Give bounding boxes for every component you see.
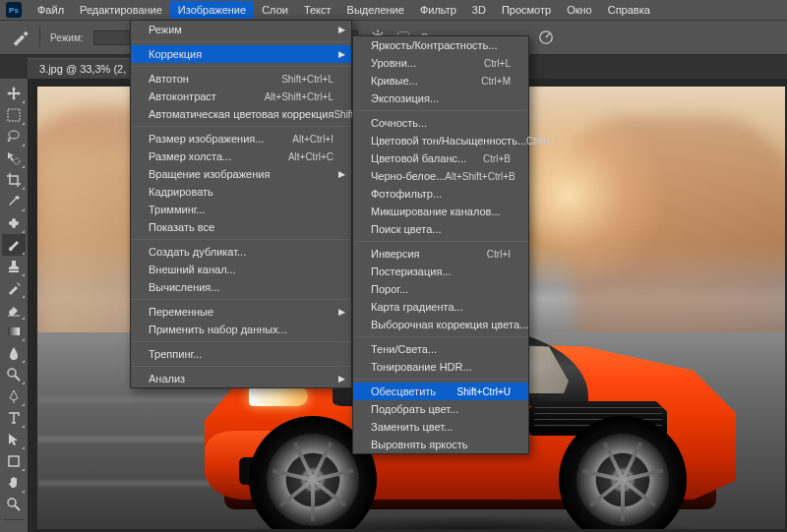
adjust-menu-item-8[interactable]: Черно-белое...Alt+Shift+Ctrl+B	[353, 167, 528, 185]
image-menu-item-13: Показать все	[131, 218, 351, 236]
adjust-menu-item-6[interactable]: Цветовой тон/Насыщенность...Ctrl+U	[353, 132, 528, 149]
svg-point-8	[8, 369, 16, 377]
image-menu-item-16[interactable]: Внешний канал...	[131, 261, 351, 278]
edit-toolbar[interactable]: •••	[2, 524, 26, 532]
menu-слои[interactable]: Слои	[254, 1, 296, 19]
menu-фильтр[interactable]: Фильтр	[412, 1, 464, 19]
app-logo: Ps	[6, 2, 22, 18]
adjust-menu-item-15[interactable]: Порог...	[353, 280, 528, 298]
adjust-menu-item-25[interactable]: Выровнять яркость	[353, 436, 528, 453]
svg-rect-6	[12, 218, 16, 228]
image-menu-item-11: Кадрировать	[131, 183, 351, 201]
svg-rect-7	[8, 327, 20, 335]
adjustments-submenu-dropdown: Яркость/Контрастность...Уровни...Ctrl+LК…	[352, 35, 529, 454]
image-menu-item-15[interactable]: Создать дубликат...	[131, 243, 351, 261]
adjust-menu-item-2[interactable]: Кривые...Ctrl+M	[353, 72, 528, 89]
menu-файл[interactable]: Файл	[30, 1, 72, 19]
adjust-menu-item-0[interactable]: Яркость/Контрастность...	[353, 36, 528, 54]
eraser-tool[interactable]	[2, 299, 26, 321]
adjust-menu-item-13[interactable]: ИнверсияCtrl+I	[353, 245, 528, 263]
dodge-tool[interactable]	[2, 364, 26, 385]
menubar: Ps ФайлРедактированиеИзображениеСлоиТекс…	[0, 0, 787, 20]
menu-выделение[interactable]: Выделение	[339, 1, 412, 19]
adjust-menu-item-5[interactable]: Сочность...	[353, 114, 528, 132]
image-menu-item-6[interactable]: Автоматическая цветовая коррекцияShift+C…	[131, 105, 351, 123]
svg-point-4	[14, 158, 20, 164]
blur-tool[interactable]	[2, 342, 26, 364]
image-menu-item-20: Применить набор данных...	[131, 321, 351, 338]
adjust-menu-item-1[interactable]: Уровни...Ctrl+L	[353, 54, 528, 72]
adjust-menu-item-11[interactable]: Поиск цвета...	[353, 220, 528, 238]
tools-panel: •••	[0, 79, 28, 532]
history-brush-tool[interactable]	[2, 277, 26, 299]
hand-tool[interactable]	[2, 472, 26, 494]
move-tool[interactable]	[2, 83, 26, 104]
adjust-menu-item-20[interactable]: Тонирование HDR...	[353, 358, 528, 376]
adjust-menu-item-9[interactable]: Фотофильтр...	[353, 185, 528, 203]
healing-tool[interactable]	[2, 212, 26, 234]
image-menu-item-0[interactable]: Режим▶	[131, 21, 351, 38]
adjust-menu-item-23[interactable]: Подобрать цвет...	[353, 400, 528, 418]
adjust-menu-item-14[interactable]: Постеризация...	[353, 263, 528, 280]
shape-tool[interactable]	[2, 450, 26, 472]
menu-редактирование[interactable]: Редактирование	[72, 1, 170, 19]
stamp-tool[interactable]	[2, 256, 26, 277]
image-menu-item-19: Переменные▶	[131, 303, 351, 321]
adjust-menu-item-17[interactable]: Выборочная коррекция цвета...	[353, 316, 528, 333]
menu-просмотр[interactable]: Просмотр	[494, 1, 559, 19]
image-menu-item-12[interactable]: Тримминг...	[131, 201, 351, 218]
menu-3d[interactable]: 3D	[464, 1, 494, 19]
pen-tool[interactable]	[2, 385, 26, 407]
mode-label: Режим:	[50, 32, 84, 43]
svg-point-10	[8, 499, 16, 506]
brush-tool[interactable]	[2, 234, 26, 256]
pressure-icon[interactable]	[536, 28, 556, 47]
crop-tool[interactable]	[2, 169, 26, 191]
quick-select-tool[interactable]	[2, 148, 26, 169]
adjust-menu-item-7[interactable]: Цветовой баланс...Ctrl+B	[353, 149, 528, 167]
menu-текст[interactable]: Текст	[296, 1, 339, 19]
path-select-tool[interactable]	[2, 429, 26, 450]
image-menu-dropdown: Режим▶Коррекция▶АвтотонShift+Ctrl+LАвток…	[130, 20, 352, 388]
adjust-menu-item-24[interactable]: Заменить цвет...	[353, 418, 528, 436]
svg-rect-3	[8, 109, 20, 121]
svg-rect-9	[9, 456, 19, 466]
tool-preset-icon[interactable]	[10, 28, 30, 47]
marquee-tool[interactable]	[2, 104, 26, 126]
image-menu-item-2[interactable]: Коррекция▶	[131, 45, 351, 63]
adjust-menu-item-22[interactable]: ОбесцветитьShift+Ctrl+U	[353, 383, 528, 400]
menu-изображение[interactable]: Изображение	[170, 1, 254, 19]
gradient-tool[interactable]	[2, 321, 26, 342]
adjust-menu-item-19[interactable]: Тени/Света...	[353, 340, 528, 358]
image-menu-item-10[interactable]: Вращение изображения▶	[131, 165, 351, 183]
image-menu-item-5[interactable]: АвтоконтрастAlt+Shift+Ctrl+L	[131, 88, 351, 105]
menu-справка[interactable]: Справка	[600, 1, 658, 19]
eyedropper-tool[interactable]	[2, 191, 26, 212]
image-menu-item-4[interactable]: АвтотонShift+Ctrl+L	[131, 70, 351, 88]
lasso-tool[interactable]	[2, 126, 26, 148]
image-menu-item-24[interactable]: Анализ▶	[131, 370, 351, 387]
zoom-tool[interactable]	[2, 494, 26, 515]
image-menu-item-9[interactable]: Размер холста...Alt+Ctrl+C	[131, 148, 351, 165]
adjust-menu-item-16[interactable]: Карта градиента...	[353, 298, 528, 316]
type-tool[interactable]	[2, 407, 26, 429]
image-menu-item-17[interactable]: Вычисления...	[131, 278, 351, 296]
adjust-menu-item-10[interactable]: Микширование каналов...	[353, 203, 528, 220]
menu-окно[interactable]: Окно	[559, 1, 600, 19]
image-menu-item-22: Треппинг...	[131, 345, 351, 363]
adjust-menu-item-3[interactable]: Экспозиция...	[353, 89, 528, 107]
image-menu-item-8[interactable]: Размер изображения...Alt+Ctrl+I	[131, 130, 351, 148]
